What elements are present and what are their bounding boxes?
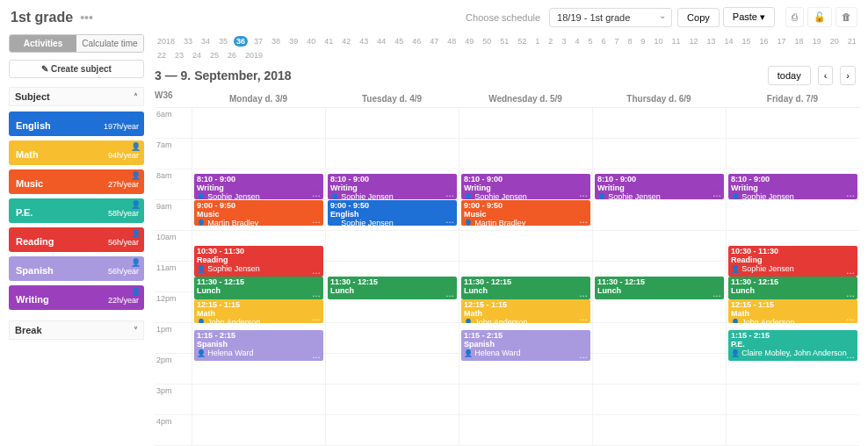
week-number[interactable]: 36 — [234, 36, 248, 47]
week-number[interactable]: 38 — [269, 36, 283, 47]
subject-card[interactable]: Writing22h/year — [9, 285, 144, 310]
day-header-fri: Friday d. 7/9 — [726, 90, 859, 107]
week-number[interactable]: 10 — [651, 36, 665, 47]
subject-group-header[interactable]: Subject ˄ — [9, 87, 144, 106]
copy-button[interactable]: Copy — [677, 8, 720, 27]
week-number[interactable]: 23 — [172, 50, 186, 61]
paste-button[interactable]: Paste ▾ — [723, 7, 775, 27]
trash-icon[interactable]: 🗑 — [835, 7, 857, 27]
week-number-bar[interactable]: 2018333435363738394041424344454647484950… — [155, 34, 859, 66]
subject-card[interactable]: English197h/year — [9, 112, 144, 136]
week-number[interactable]: 2 — [546, 36, 555, 47]
next-week-button[interactable]: › — [840, 66, 856, 85]
week-number[interactable]: 9 — [638, 36, 647, 47]
create-subject-button[interactable]: Create subject — [9, 60, 144, 78]
week-number[interactable]: 25 — [207, 50, 221, 61]
day-header-tue: Tuesday d. 4/9 — [325, 90, 459, 107]
day-column-tue[interactable]: 8:10 - 9:00WritingSophie Jensen9:00 - 9:… — [325, 108, 459, 446]
week-number[interactable]: 15 — [740, 36, 754, 47]
calendar-event[interactable]: 9:00 - 9:50MusicMartin Bradley — [194, 200, 323, 226]
subject-card[interactable]: Spanish56h/year — [9, 256, 144, 281]
week-number[interactable]: 52 — [515, 36, 529, 47]
week-number[interactable]: 51 — [497, 36, 511, 47]
calendar-event[interactable]: 1:15 - 2:15SpanishHelena Ward — [461, 330, 590, 361]
week-number[interactable]: 18 — [792, 36, 807, 47]
week-number[interactable]: 47 — [427, 36, 441, 47]
calendar-event[interactable]: 10:30 - 11:30ReadingSophie Jensen — [728, 246, 857, 277]
week-number[interactable]: 16 — [757, 36, 771, 47]
week-number[interactable]: 7 — [611, 36, 621, 47]
today-button[interactable]: today — [768, 66, 811, 85]
week-number[interactable]: 46 — [409, 36, 423, 47]
hour-label: 10am — [155, 231, 192, 262]
week-number[interactable]: 11 — [669, 36, 684, 47]
subject-card[interactable]: Music27h/year — [9, 169, 144, 194]
day-column-mon[interactable]: 8:10 - 9:00WritingSophie Jensen9:00 - 9:… — [192, 108, 325, 446]
calendar-event[interactable]: 11:30 - 12:15Lunch — [595, 277, 724, 299]
week-number[interactable]: 43 — [357, 36, 371, 47]
week-number[interactable]: 26 — [225, 50, 239, 61]
subject-card[interactable]: P.E.58h/year — [9, 198, 144, 223]
print-icon[interactable]: ⎙ — [785, 7, 804, 27]
tab-calculate-time[interactable]: Calculate time — [76, 35, 143, 52]
week-number[interactable]: 22 — [155, 50, 169, 61]
week-number[interactable]: 17 — [775, 36, 789, 47]
calendar-event[interactable]: 11:30 - 12:15Lunch — [461, 277, 590, 299]
week-number[interactable]: 19 — [810, 36, 824, 47]
calendar-event[interactable]: 1:15 - 2:15P.E.Claire Mobley, John Ander… — [728, 330, 857, 361]
sidebar-tabs[interactable]: Activities Calculate time — [9, 34, 144, 53]
week-number[interactable]: 48 — [445, 36, 459, 47]
week-number[interactable]: 1 — [532, 36, 542, 47]
week-number[interactable]: 33 — [181, 36, 195, 47]
week-number[interactable]: 50 — [480, 36, 494, 47]
calendar-event[interactable]: 8:10 - 9:00WritingSophie Jensen — [328, 174, 457, 199]
week-number[interactable]: 40 — [304, 36, 318, 47]
subject-card[interactable]: Reading56h/year — [9, 227, 144, 252]
week-number[interactable]: 8 — [625, 36, 634, 47]
week-number[interactable]: 39 — [286, 36, 300, 47]
week-number[interactable]: 37 — [251, 36, 265, 47]
calendar-event[interactable]: 8:10 - 9:00WritingSophie Jensen — [728, 174, 857, 199]
week-number[interactable]: 49 — [462, 36, 476, 47]
break-group-header[interactable]: Break ˅ — [9, 320, 144, 340]
calendar-event[interactable]: 11:30 - 12:15Lunch — [728, 277, 857, 299]
week-number[interactable]: 12 — [687, 36, 701, 47]
week-number[interactable]: 34 — [199, 36, 213, 47]
schedule-select[interactable]: 18/19 - 1st grade — [549, 8, 672, 27]
week-number[interactable]: 20 — [828, 36, 842, 47]
week-number[interactable]: 42 — [339, 36, 353, 47]
week-number[interactable]: 6 — [598, 36, 608, 47]
subject-card[interactable]: Math94h/year — [9, 140, 144, 165]
week-number[interactable]: 41 — [322, 36, 336, 47]
page-menu-icon[interactable]: ••• — [80, 11, 93, 25]
day-column-thu[interactable]: 8:10 - 9:00WritingSophie Jensen11:30 - 1… — [592, 108, 726, 446]
week-number[interactable]: 24 — [190, 50, 204, 61]
week-number[interactable]: 14 — [722, 36, 736, 47]
page-title: 1st grade — [11, 10, 73, 25]
tab-activities[interactable]: Activities — [10, 35, 76, 52]
calendar-event[interactable]: 10:30 - 11:30ReadingSophie Jensen — [194, 246, 323, 277]
week-number[interactable]: 13 — [705, 36, 719, 47]
calendar-event[interactable]: 11:30 - 12:15Lunch — [328, 277, 457, 299]
calendar-event[interactable]: 8:10 - 9:00WritingSophie Jensen — [595, 174, 724, 199]
day-column-fri[interactable]: 8:10 - 9:00WritingSophie Jensen10:30 - 1… — [726, 108, 859, 446]
week-number[interactable]: 35 — [216, 36, 230, 47]
calendar-event[interactable]: 8:10 - 9:00WritingSophie Jensen — [194, 174, 323, 199]
week-number[interactable]: 4 — [572, 36, 582, 47]
calendar-event[interactable]: 9:00 - 9:50MusicMartin Bradley — [461, 200, 590, 226]
calendar-event[interactable]: 1:15 - 2:15SpanishHelena Ward — [194, 330, 323, 361]
week-number[interactable]: 3 — [559, 36, 568, 47]
unlock-icon[interactable]: 🔓 — [807, 7, 832, 27]
week-number[interactable]: 44 — [374, 36, 388, 47]
week-number[interactable]: 21 — [845, 36, 859, 47]
prev-week-button[interactable]: ‹ — [818, 66, 834, 85]
week-number[interactable]: 5 — [585, 36, 595, 47]
week-number[interactable]: 45 — [392, 36, 406, 47]
calendar-event[interactable]: 12:15 - 1:15MathJohn Anderson — [194, 299, 323, 323]
day-column-wed[interactable]: 8:10 - 9:00WritingSophie Jensen9:00 - 9:… — [459, 108, 592, 446]
calendar-event[interactable]: 11:30 - 12:15Lunch — [194, 277, 323, 299]
calendar-event[interactable]: 12:15 - 1:15MathJohn Anderson — [728, 299, 857, 323]
calendar-event[interactable]: 12:15 - 1:15MathJohn Anderson — [461, 299, 590, 323]
calendar-event[interactable]: 8:10 - 9:00WritingSophie Jensen — [461, 174, 590, 199]
calendar-event[interactable]: 9:00 - 9:50EnglishSophie Jensen — [328, 200, 457, 226]
